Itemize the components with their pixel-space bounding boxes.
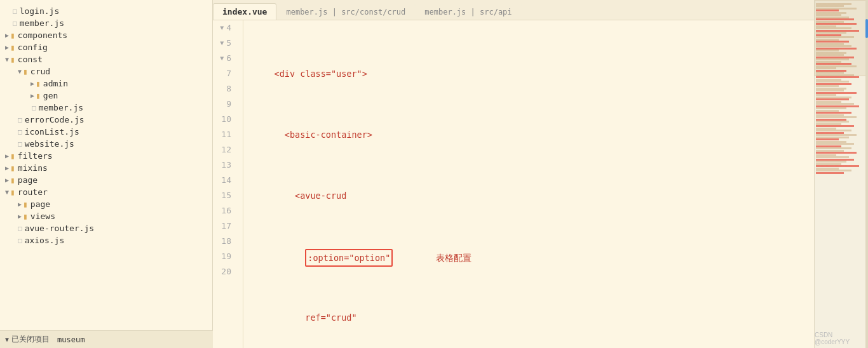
tab-index-vue[interactable]: index.vue xyxy=(213,3,276,20)
code-line-6: <avue-crud xyxy=(254,188,814,203)
chevron-right-icon: ▶ xyxy=(31,92,34,99)
tab-label: member.js | src/const/crud xyxy=(286,8,405,17)
line-num-13: 13 xyxy=(213,157,236,173)
line-num-19: 19 xyxy=(213,249,236,264)
tab-member-crud[interactable]: member.js | src/const/crud xyxy=(276,4,415,20)
chevron-right-icon: ▶ xyxy=(5,32,9,39)
sidebar-item-avue-router-js[interactable]: □ avue-router.js xyxy=(0,222,212,234)
chevron-right-icon: ▶ xyxy=(5,152,9,159)
sidebar-item-admin[interactable]: ▶ ▮ admin xyxy=(0,77,212,90)
file-icon: □ xyxy=(18,140,22,148)
sidebar-item-label: page xyxy=(31,199,50,209)
file-icon: □ xyxy=(18,128,22,136)
bottom-bar: ▼ 已关闭项目 museum xyxy=(0,330,213,348)
sidebar-item-iconlist-js[interactable]: □ iconList.js xyxy=(0,126,212,138)
code-line-7: :option="option" 表格配置 xyxy=(254,249,814,264)
project-name: museum xyxy=(57,335,85,344)
sidebar-item-axios-js[interactable]: □ axios.js xyxy=(0,234,212,246)
folder-open-icon: ▮ xyxy=(10,187,15,197)
sidebar-item-label: const xyxy=(18,55,43,64)
sidebar-item-label: login.js xyxy=(20,6,60,16)
sidebar-item-router[interactable]: ▼ ▮ router xyxy=(0,186,212,198)
line-num-8: 8 xyxy=(213,81,236,97)
chevron-right-icon: ▶ xyxy=(5,164,9,171)
minimap-content xyxy=(815,0,868,177)
fold-btn[interactable]: ▼ xyxy=(220,20,224,36)
line-num-16: 16 xyxy=(213,203,236,218)
sidebar-item-login-js[interactable]: □ login.js xyxy=(0,5,212,17)
tab-label: index.vue xyxy=(222,7,267,17)
file-icon: □ xyxy=(18,224,22,232)
fold-btn[interactable]: ▼ xyxy=(220,36,224,51)
tab-member-api[interactable]: member.js | src/api xyxy=(415,4,521,20)
sidebar-item-label: member.js xyxy=(39,103,83,112)
sidebar-item-label: gen xyxy=(43,91,58,100)
minimap-scrollbar-thumb[interactable] xyxy=(865,19,868,38)
file-icon: □ xyxy=(13,19,17,27)
sidebar-item-label: router xyxy=(18,187,48,197)
sidebar-item-label: axios.js xyxy=(25,236,65,245)
chevron-right-icon: ▶ xyxy=(18,201,22,208)
line-num-5: ▼5 xyxy=(213,36,236,51)
code-content[interactable]: <div class="user"> <basic-container> <av… xyxy=(243,20,814,348)
sidebar-item-member-js-1[interactable]: □ member.js xyxy=(0,17,212,29)
sidebar-item-label: config xyxy=(18,43,48,52)
minimap: CSDN @coderYYY xyxy=(814,0,868,348)
tab-label: member.js | src/api xyxy=(424,8,512,17)
chevron-down-icon: ▼ xyxy=(5,189,9,196)
sidebar-item-components[interactable]: ▶ ▮ components xyxy=(0,29,212,41)
file-icon: □ xyxy=(32,104,36,112)
folder-open-icon: ▮ xyxy=(23,67,28,76)
folder-icon: ▮ xyxy=(36,79,41,88)
sidebar-item-label: page xyxy=(18,175,37,185)
folder-icon: ▮ xyxy=(10,30,15,40)
tabs-bar: index.vue member.js | src/const/crud mem… xyxy=(213,0,814,20)
sidebar-item-page-sub[interactable]: ▶ ▮ page xyxy=(0,198,212,210)
sidebar-item-label: components xyxy=(18,30,67,40)
line-num-18: 18 xyxy=(213,234,236,249)
sidebar-item-gen[interactable]: ▶ ▮ gen xyxy=(0,90,212,102)
line-num-10: 10 xyxy=(213,112,236,127)
sidebar-item-label: website.js xyxy=(25,139,74,149)
sidebar-item-filters[interactable]: ▶ ▮ filters xyxy=(0,150,212,162)
file-icon: □ xyxy=(18,236,22,244)
sidebar-item-label: admin xyxy=(43,79,68,88)
line-num-11: 11 xyxy=(213,127,236,142)
line-num-4: ▼4 xyxy=(213,20,236,36)
code-area: ▼4 ▼5 ▼6 7 8 9 10 11 12 13 14 15 16 17 1… xyxy=(213,20,814,348)
sidebar-item-label: errorCode.js xyxy=(25,115,85,124)
sidebar-item-crud[interactable]: ▼ ▮ crud xyxy=(0,65,212,77)
sidebar-item-config[interactable]: ▶ ▮ config xyxy=(0,41,212,53)
line-num-6: ▼6 xyxy=(213,51,236,66)
collapse-icon[interactable]: ▼ xyxy=(5,336,9,343)
line-num-7: 7 xyxy=(213,66,236,81)
sidebar-item-label: iconList.js xyxy=(25,127,79,137)
sidebar-item-page[interactable]: ▶ ▮ page xyxy=(0,174,212,186)
sidebar-item-const[interactable]: ▼ ▮ const xyxy=(0,53,212,65)
sidebar-item-label: crud xyxy=(31,67,50,76)
sidebar-item-label: avue-router.js xyxy=(25,224,95,233)
folder-icon: ▮ xyxy=(23,211,28,221)
line-numbers: ▼4 ▼5 ▼6 7 8 9 10 11 12 13 14 15 16 17 1… xyxy=(213,20,243,348)
sidebar-item-label: filters xyxy=(18,151,53,161)
sidebar-item-label: mixins xyxy=(18,163,48,173)
folder-icon: ▮ xyxy=(10,43,15,52)
folder-open-icon: ▮ xyxy=(10,55,15,64)
sidebar-item-views[interactable]: ▶ ▮ views xyxy=(0,210,212,222)
fold-btn[interactable]: ▼ xyxy=(220,51,224,66)
folder-icon: ▮ xyxy=(10,163,15,173)
line-num-9: 9 xyxy=(213,97,236,112)
line-num-20: 20 xyxy=(213,264,236,279)
sidebar-item-mixins[interactable]: ▶ ▮ mixins xyxy=(0,162,212,174)
minimap-scrollbar xyxy=(865,0,868,348)
sidebar-item-errorcode-js[interactable]: □ errorCode.js xyxy=(0,114,212,126)
folder-icon: ▮ xyxy=(36,91,41,100)
csdn-watermark: CSDN @coderYYY xyxy=(815,331,864,345)
chevron-right-icon: ▶ xyxy=(5,44,9,51)
sidebar-item-website-js[interactable]: □ website.js xyxy=(0,138,212,150)
chevron-down-icon: ▼ xyxy=(5,56,9,63)
code-line-8: ref="crud" xyxy=(254,310,814,325)
code-line-4: <div class="user"> xyxy=(254,66,814,81)
option-highlight-box: :option="option" xyxy=(305,249,393,267)
sidebar-item-member-js-2[interactable]: □ member.js xyxy=(0,102,212,114)
